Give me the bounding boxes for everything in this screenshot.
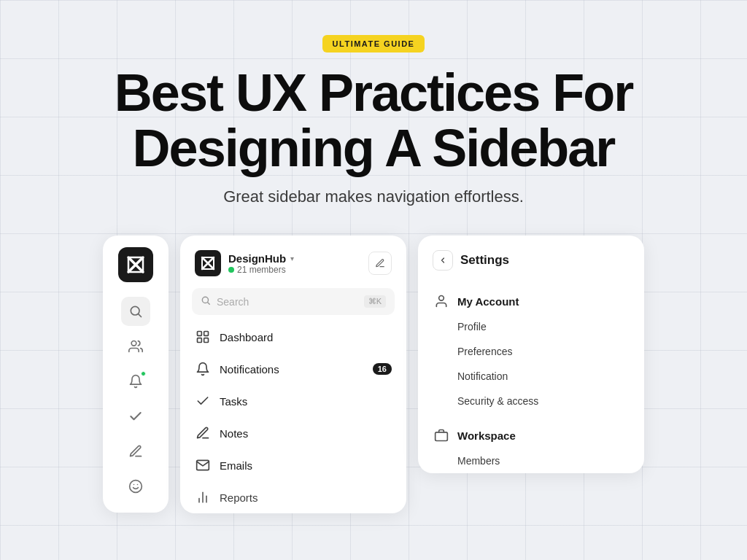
notes-icon xyxy=(195,425,211,441)
nav-label-emails: Emails xyxy=(220,459,392,472)
nav-label-notifications: Notifications xyxy=(220,363,364,376)
notifications-badge: 16 xyxy=(373,363,392,375)
subtitle: Great sidebar makes navigation effortles… xyxy=(223,187,524,206)
sidebar-header: DesignHub ▾ 21 members xyxy=(180,250,406,288)
sidebar-notifications-icon-item[interactable] xyxy=(121,367,150,396)
svg-point-4 xyxy=(130,481,142,493)
nav-label-reports: Reports xyxy=(220,491,392,504)
search-placeholder-text: Search xyxy=(217,296,358,308)
nav-item-tasks[interactable]: Tasks xyxy=(180,385,406,417)
sidebar-emoji-icon-item[interactable] xyxy=(121,472,150,501)
sidebar-members: 21 members xyxy=(228,265,294,275)
settings-security-access[interactable]: Security & access xyxy=(418,389,644,413)
tasks-icon xyxy=(195,393,211,409)
settings-title: Settings xyxy=(460,253,509,268)
title-line2: Designing A Sidebar xyxy=(133,119,615,177)
settings-members[interactable]: Members xyxy=(418,448,644,473)
svg-point-17 xyxy=(439,296,444,301)
svg-line-9 xyxy=(208,303,210,305)
settings-preferences[interactable]: Preferences xyxy=(418,339,644,364)
cards-row: DesignHub ▾ 21 members xyxy=(0,236,747,513)
title-line1: Best UX Practices For xyxy=(115,63,632,122)
svg-point-3 xyxy=(131,341,136,346)
workspace-icon xyxy=(433,427,450,444)
member-online-dot xyxy=(228,267,234,273)
notification-dot xyxy=(141,371,146,376)
my-account-icon xyxy=(433,292,450,310)
reports-icon xyxy=(195,489,211,505)
settings-profile[interactable]: Profile xyxy=(418,314,644,339)
page-container: ULTIMATE GUIDE Best UX Practices For Des… xyxy=(0,0,747,560)
main-title: Best UX Practices For Designing A Sideba… xyxy=(115,66,632,176)
nav-item-dashboard[interactable]: Dashboard xyxy=(180,321,406,353)
settings-sidebar-card: Settings My Account Profile Preferences … xyxy=(418,236,644,473)
dashboard-icon xyxy=(195,329,211,345)
sidebar-search-bar[interactable]: Search ⌘K xyxy=(192,288,395,315)
svg-line-2 xyxy=(139,314,142,317)
settings-notification[interactable]: Notification xyxy=(418,364,644,389)
sidebar-tasks-icon-item[interactable] xyxy=(121,402,150,431)
my-account-label: My Account xyxy=(457,295,519,308)
sidebar-app-info: DesignHub ▾ 21 members xyxy=(228,252,294,275)
nav-item-notifications[interactable]: Notifications 16 xyxy=(180,353,406,385)
ultimate-guide-badge: ULTIMATE GUIDE xyxy=(322,35,425,52)
notifications-icon xyxy=(195,361,211,377)
nav-item-reports[interactable]: Reports xyxy=(180,481,406,513)
workspace-label: Workspace xyxy=(457,429,516,442)
app-logo xyxy=(118,247,153,282)
settings-header: Settings xyxy=(418,250,644,285)
nav-item-emails[interactable]: Emails xyxy=(180,449,406,481)
nav-item-notes[interactable]: Notes xyxy=(180,417,406,449)
full-sidebar-card: DesignHub ▾ 21 members xyxy=(180,236,406,513)
sidebar-notes-icon-item[interactable] xyxy=(121,437,150,466)
sidebar-logo-box xyxy=(195,250,221,276)
search-icon xyxy=(201,295,211,308)
svg-point-1 xyxy=(131,307,139,316)
icon-sidebar-card xyxy=(103,236,169,513)
settings-section-my-account: My Account xyxy=(418,285,644,314)
svg-rect-11 xyxy=(204,332,209,336)
nav-label-notes: Notes xyxy=(220,427,392,440)
settings-section-workspace: Workspace xyxy=(418,419,644,448)
svg-rect-10 xyxy=(198,332,202,336)
emails-icon xyxy=(195,457,211,473)
search-keyboard-shortcut: ⌘K xyxy=(364,295,386,308)
sidebar-edit-button[interactable] xyxy=(368,252,392,275)
sidebar-app-chevron: ▾ xyxy=(290,254,294,262)
sidebar-users-icon-item[interactable] xyxy=(121,332,150,361)
nav-label-dashboard: Dashboard xyxy=(220,331,392,343)
sidebar-app-name: DesignHub xyxy=(228,252,286,265)
sidebar-search-icon-item[interactable] xyxy=(121,297,150,326)
svg-rect-18 xyxy=(436,432,448,441)
settings-back-button[interactable] xyxy=(433,250,453,271)
sidebar-logo-area: DesignHub ▾ 21 members xyxy=(195,250,294,276)
svg-rect-12 xyxy=(198,338,202,343)
nav-label-tasks: Tasks xyxy=(220,395,392,408)
svg-rect-13 xyxy=(204,338,209,343)
